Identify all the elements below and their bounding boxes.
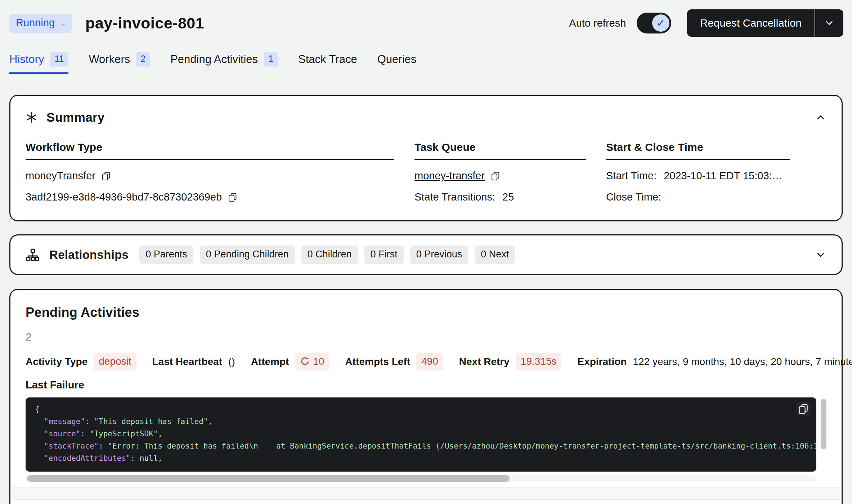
tab-label: Workers <box>89 53 130 66</box>
attempts-left-label: Attempts Left <box>345 356 410 368</box>
expiration-label: Expiration <box>577 356 627 368</box>
last-heartbeat-field: Last Heartbeat () <box>152 356 235 368</box>
tab-count-badge: 2 <box>136 52 150 67</box>
last-failure-label: Last Failure <box>26 379 826 391</box>
relationships-card: Relationships 0 Parents 0 Pending Childr… <box>9 234 843 275</box>
tab-workers[interactable]: Workers 2 <box>89 52 150 74</box>
first-badge: 0 First <box>364 246 404 264</box>
attempt-label: Attempt <box>251 356 289 368</box>
last-failure-code-wrap: { "message": "This deposit has failed", … <box>26 397 826 472</box>
workflow-type-header: Workflow Type <box>26 141 394 160</box>
summary-card: Summary Workflow Type moneyTransfer 3adf… <box>9 95 843 221</box>
last-heartbeat-label: Last Heartbeat <box>152 356 223 368</box>
next-badge: 0 Next <box>475 246 515 264</box>
page-header: Running pay-invoice-801 Auto refresh ✓ R… <box>0 0 852 37</box>
toggle-knob: ✓ <box>652 14 669 32</box>
task-queue-header: Task Queue <box>414 141 586 160</box>
auto-refresh-label: Auto refresh <box>569 17 626 29</box>
run-id-value: 3adf2199-e3d8-4936-9bd7-8c87302369eb <box>26 191 222 203</box>
tab-count-badge: 11 <box>50 52 68 67</box>
copy-icon[interactable] <box>796 402 811 416</box>
spinner-icon <box>59 19 66 26</box>
attempts-left-field: Attempts Left 490 <box>345 353 443 370</box>
chevron-down-icon[interactable] <box>815 249 826 261</box>
state-transitions-value: 25 <box>502 191 514 203</box>
next-retry-label: Next Retry <box>459 356 510 368</box>
activity-type-badge: deposit <box>94 353 136 370</box>
tab-bar: History 11 Workers 2 Pending Activities … <box>0 37 852 74</box>
next-retry-field: Next Retry 19.315s <box>459 353 562 370</box>
copy-icon[interactable] <box>228 192 238 202</box>
activity-fields-row: Activity Type deposit Last Heartbeat () … <box>26 353 826 370</box>
tab-pending-activities[interactable]: Pending Activities 1 <box>170 52 278 74</box>
tab-history[interactable]: History 11 <box>9 52 68 74</box>
chevron-up-icon[interactable] <box>815 112 826 123</box>
pending-activities-title: Pending Activities <box>26 305 826 320</box>
pending-activities-card: Pending Activities 2 Activity Type depos… <box>9 289 843 504</box>
last-heartbeat-value: () <box>228 356 235 368</box>
previous-badge: 0 Previous <box>410 246 468 264</box>
attempts-left-badge: 490 <box>416 353 443 370</box>
page-title: pay-invoice-801 <box>85 14 204 32</box>
copy-icon[interactable] <box>101 171 111 181</box>
copy-icon[interactable] <box>490 171 501 181</box>
relationship-badges: 0 Parents 0 Pending Children 0 Children … <box>139 246 515 264</box>
second-activity-row <box>12 487 840 500</box>
vertical-scrollbar[interactable] <box>821 399 826 449</box>
activity-type-label: Activity Type <box>26 356 88 368</box>
state-transitions-label: State Transitions: <box>414 191 495 203</box>
close-time-label: Close Time: <box>606 191 661 203</box>
next-retry-badge: 19.315s <box>516 353 562 370</box>
auto-refresh-toggle[interactable]: ✓ <box>637 13 671 33</box>
cancel-button-label: Request Cancellation <box>687 9 815 37</box>
children-badge: 0 Children <box>301 246 358 264</box>
check-icon: ✓ <box>656 18 665 28</box>
horizontal-scrollbar-track[interactable] <box>26 475 816 482</box>
hierarchy-icon <box>26 248 40 262</box>
horizontal-scrollbar-thumb[interactable] <box>27 475 510 482</box>
asterisk-icon <box>26 111 38 123</box>
pending-activities-count: 2 <box>26 331 826 343</box>
expiration-field: Expiration 122 years, 9 months, 10 days,… <box>577 356 852 368</box>
summary-title: Summary <box>46 110 105 125</box>
last-failure-code-block[interactable]: { "message": "This deposit has failed", … <box>26 397 816 472</box>
attempt-field: Attempt 10 <box>251 353 329 370</box>
chevron-down-icon[interactable] <box>815 9 843 37</box>
status-badge[interactable]: Running <box>9 14 72 33</box>
tab-label: Stack Trace <box>298 53 357 66</box>
parents-badge: 0 Parents <box>139 246 193 264</box>
tab-label: Queries <box>377 53 417 66</box>
start-close-time-header: Start & Close Time <box>606 141 790 160</box>
activity-type-field: Activity Type deposit <box>26 353 136 370</box>
retry-icon <box>300 356 310 366</box>
pending-children-badge: 0 Pending Children <box>200 246 295 264</box>
status-label: Running <box>16 17 55 29</box>
tab-stack-trace[interactable]: Stack Trace <box>298 52 357 74</box>
attempt-badge: 10 <box>295 353 329 370</box>
start-time-value: 2023-10-11 EDT 15:03:… <box>664 170 782 182</box>
start-time-label: Start Time: <box>606 170 656 182</box>
relationships-title: Relationships <box>49 248 129 262</box>
tab-count-badge: 1 <box>264 52 278 67</box>
tab-queries[interactable]: Queries <box>377 52 417 74</box>
expiration-value: 122 years, 9 months, 10 days, 20 hours, … <box>633 356 852 368</box>
request-cancellation-button[interactable]: Request Cancellation <box>687 9 843 37</box>
workflow-type-value: moneyTransfer <box>26 170 95 182</box>
attempt-value: 10 <box>313 356 324 367</box>
tab-label: History <box>9 53 44 66</box>
task-queue-link[interactable]: money-transfer <box>414 170 485 182</box>
tab-label: Pending Activities <box>170 53 258 66</box>
